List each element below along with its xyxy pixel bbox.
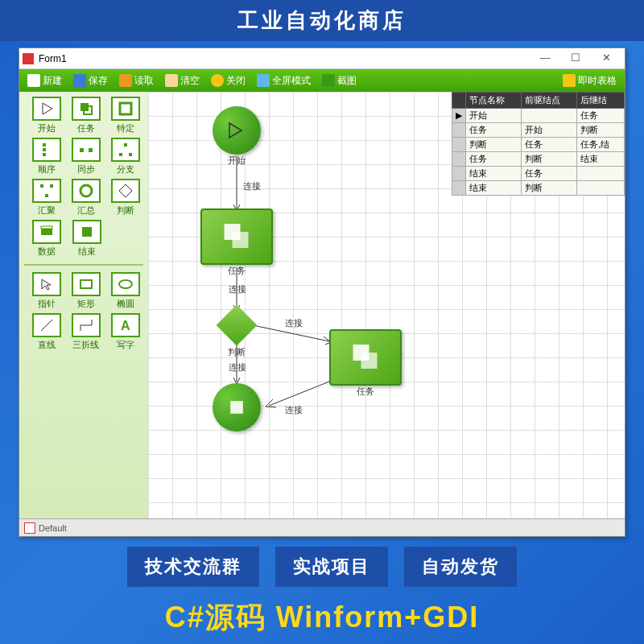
tb-load[interactable]: 读取	[114, 74, 159, 88]
edge-label: 连接	[285, 317, 303, 329]
close-button[interactable]: ✕	[591, 51, 621, 67]
tag-delivery: 自动发货	[404, 547, 517, 587]
edge-label: 连接	[229, 283, 246, 295]
svg-rect-15	[41, 229, 52, 235]
palette-branch[interactable]: 分支	[109, 138, 143, 175]
svg-rect-10	[129, 153, 132, 156]
node-label: 判断	[228, 346, 246, 358]
tag-group: 技术交流群	[127, 547, 259, 587]
maximize-button[interactable]: ☐	[560, 51, 591, 67]
tb-save[interactable]: 保存	[68, 74, 113, 88]
save-icon	[73, 74, 86, 87]
svg-rect-28	[232, 232, 248, 248]
table-row[interactable]: 结束任务	[452, 167, 625, 181]
svg-rect-11	[40, 184, 43, 188]
svg-rect-16	[41, 226, 52, 229]
svg-point-14	[80, 185, 92, 196]
table-row[interactable]: 任务开始判断	[452, 123, 625, 138]
palette-ellipse[interactable]: 椭圆	[109, 272, 143, 310]
svg-rect-2	[120, 103, 131, 114]
palette-specific[interactable]: 特定	[109, 97, 143, 134]
palette-start[interactable]: 开始	[29, 97, 64, 134]
palette-decision[interactable]: 判断	[109, 179, 143, 217]
flow-node-decision[interactable]: 判断	[222, 311, 251, 358]
svg-rect-4	[43, 148, 46, 151]
table-row[interactable]: 判断任务任务,结	[452, 138, 625, 152]
palette-sequence[interactable]: 顺序	[29, 138, 64, 175]
minimize-button[interactable]: —	[530, 51, 560, 67]
screenshot-icon	[322, 74, 335, 87]
palette-line[interactable]: 直线	[29, 313, 64, 351]
statusbar: Default	[19, 518, 625, 536]
close-icon	[211, 74, 224, 87]
table-row[interactable]: 任务判断结束	[452, 152, 625, 167]
node-table: 节点名称 前驱结点 后继结 ▶开始任务 任务开始判断 判断任务任务,结 任务判断…	[452, 92, 625, 196]
shape-palette: 开始 任务 特定 顺序 同步 分支 汇聚 汇总 判断 数据 结束 指针 矩形	[19, 92, 148, 518]
fullscreen-icon	[257, 74, 270, 87]
promo-tags: 技术交流群 实战项目 自动发货	[127, 547, 517, 587]
node-label: 任务	[357, 386, 374, 398]
node-label: 开始	[228, 155, 246, 167]
toolbar: 新建 保存 读取 清空 关闭 全屏模式 截图 即时表格	[19, 69, 625, 92]
status-text: Default	[39, 523, 67, 533]
palette-summary[interactable]: 汇总	[68, 179, 103, 217]
status-icon	[24, 522, 35, 534]
edge-label: 连接	[243, 180, 261, 192]
tag-project: 实战项目	[275, 547, 388, 587]
svg-rect-3	[43, 143, 46, 147]
svg-rect-31	[230, 401, 243, 414]
svg-rect-18	[80, 280, 92, 288]
palette-polyline[interactable]: 三折线	[68, 313, 103, 351]
palette-end[interactable]: 结束	[69, 220, 105, 258]
window-title: Form1	[39, 53, 530, 64]
store-banner: 工业自动化商店	[0, 0, 644, 41]
load-icon	[119, 74, 132, 87]
table-header-row: 节点名称 前驱结点 后继结	[452, 93, 625, 109]
svg-rect-13	[45, 194, 48, 197]
svg-line-20	[41, 320, 52, 331]
svg-rect-9	[119, 153, 122, 156]
tb-fullscreen[interactable]: 全屏模式	[252, 74, 316, 88]
tb-close[interactable]: 关闭	[206, 74, 250, 88]
flowchart-canvas[interactable]: 开始 连接 任务 连接 判断 连接 连接 任务 连接	[148, 92, 625, 518]
tb-clear[interactable]: 清空	[160, 74, 204, 88]
svg-point-19	[119, 280, 132, 288]
content-area: 开始 任务 特定 顺序 同步 分支 汇聚 汇总 判断 数据 结束 指针 矩形	[19, 92, 625, 518]
footer-title: C#源码 Winform+GDI	[165, 598, 480, 638]
node-label: 任务	[228, 265, 246, 277]
svg-rect-5	[43, 153, 46, 156]
svg-rect-7	[89, 148, 93, 152]
svg-rect-6	[80, 148, 84, 152]
flow-node-end[interactable]	[213, 383, 261, 431]
tb-screenshot[interactable]: 截图	[317, 74, 361, 88]
svg-text:A: A	[121, 319, 130, 332]
svg-rect-30	[361, 353, 377, 369]
svg-rect-12	[50, 184, 53, 188]
tb-new[interactable]: 新建	[23, 74, 67, 88]
palette-task[interactable]: 任务	[68, 97, 103, 134]
palette-sync[interactable]: 同步	[68, 138, 103, 175]
table-row[interactable]: ▶开始任务	[452, 109, 625, 123]
flow-node-task2[interactable]: 任务	[329, 329, 402, 398]
edge-label: 连接	[229, 361, 246, 374]
palette-pointer[interactable]: 指针	[29, 272, 64, 310]
table-icon	[563, 74, 576, 87]
palette-text[interactable]: A写字	[109, 313, 143, 351]
table-row[interactable]: 结束判断	[452, 181, 625, 196]
app-icon	[23, 53, 34, 64]
flow-node-task1[interactable]: 任务	[200, 208, 273, 277]
svg-rect-17	[82, 227, 92, 237]
palette-data[interactable]: 数据	[29, 220, 64, 258]
clear-icon	[165, 74, 178, 87]
palette-separator	[24, 264, 143, 266]
titlebar: Form1 — ☐ ✕	[19, 48, 625, 69]
svg-rect-8	[124, 143, 127, 147]
svg-line-26	[269, 382, 329, 406]
tb-table[interactable]: 即时表格	[558, 74, 621, 88]
flow-node-start[interactable]: 开始	[213, 106, 261, 167]
palette-converge[interactable]: 汇聚	[29, 179, 64, 217]
palette-rect[interactable]: 矩形	[68, 272, 103, 310]
app-window: Form1 — ☐ ✕ 新建 保存 读取 清空 关闭 全屏模式 截图 即时表格 …	[19, 47, 625, 537]
edge-label: 连接	[285, 404, 303, 416]
new-icon	[27, 74, 40, 87]
